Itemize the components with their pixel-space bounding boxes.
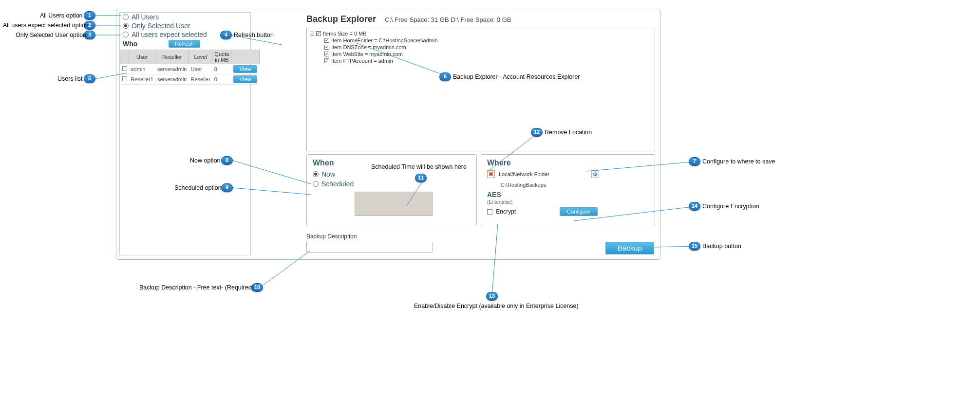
where-panel: Where ✖ Local/Network Folder ⚙ C:\Hostin… <box>481 154 655 226</box>
tree-node-label: Item DNSZone = myadmin.com <box>331 44 406 51</box>
radio-icon-selected <box>123 23 129 29</box>
tree-node-label: Item HomeFolder = C:\HostingSpaces\admin <box>331 37 438 44</box>
annotation-label: Scheduled option <box>174 184 222 191</box>
annotation-label: Remove Location <box>545 129 592 136</box>
cell-reseller: serveradmin <box>155 74 189 85</box>
col-level: Level <box>189 50 212 64</box>
users-table: User Reseller Level Quota in MB admin se… <box>120 50 260 85</box>
annotation-bubble: 8 <box>221 156 233 165</box>
col-user: User <box>129 50 155 64</box>
radio-only-selected-label: Only Selected User <box>132 22 190 30</box>
radio-icon <box>123 14 129 20</box>
view-button[interactable]: View <box>233 65 258 73</box>
annotation-label: Backup button <box>702 243 741 250</box>
cell-user: Reseller1 <box>129 74 155 85</box>
annotation-label: Now option <box>190 157 221 164</box>
where-title: Where <box>487 159 649 167</box>
backup-explorer[interactable]: − Items Size = 0 MB Item HomeFolder = C:… <box>306 28 655 151</box>
who-title: Who <box>123 40 137 48</box>
col-reseller: Reseller <box>155 50 189 64</box>
tree-checkbox[interactable] <box>324 58 329 63</box>
annotation-bubble: 9 <box>221 183 233 192</box>
gear-icon[interactable]: ⚙ <box>591 170 599 178</box>
radio-icon <box>313 181 319 187</box>
cell-reseller: serveradmin <box>155 64 189 74</box>
tree-checkbox[interactable] <box>316 31 321 36</box>
radio-now-label: Now <box>321 170 335 178</box>
col-quota: Quota in MB <box>212 50 231 64</box>
header: Backup Explorer C:\ Free Space: 31 GB D:… <box>306 14 511 24</box>
tree-checkbox[interactable] <box>324 45 329 50</box>
annotation-bubble: 6 <box>439 72 451 81</box>
remove-location-icon[interactable]: ✖ <box>487 170 495 178</box>
annotation-bubble: 13 <box>486 292 498 301</box>
row-checkbox[interactable] <box>122 76 127 81</box>
description-input[interactable] <box>306 242 433 252</box>
scheduled-time-box[interactable] <box>355 192 433 216</box>
annotation-bubble: 7 <box>689 157 700 166</box>
tree-root-label: Items Size = 0 MB <box>323 30 367 37</box>
table-row: Reseller1 serveradmin Reseller 0 View <box>120 74 260 85</box>
annotation-label: Backup Description - Free text- (Require… <box>139 284 254 291</box>
encrypt-toggle[interactable]: Encrypt <box>487 208 516 215</box>
radio-now[interactable]: Now <box>313 170 471 178</box>
cell-level: Reseller <box>189 74 212 85</box>
location-path: C:\HostingBackups <box>501 182 649 188</box>
cell-user: admin <box>129 64 155 74</box>
collapse-icon[interactable]: − <box>310 32 314 36</box>
table-row: admin serveradmin User 0 View <box>120 64 260 74</box>
annotation-bubble: 15 <box>689 242 700 251</box>
annotation-label: Enable/Disable Encrypt (available only i… <box>414 303 579 309</box>
annotation-bubble: 11 <box>415 174 427 182</box>
view-button[interactable]: View <box>233 75 258 83</box>
cell-quota: 0 <box>212 74 231 85</box>
left-column: All Users Only Selected User All users e… <box>119 12 251 255</box>
description-label: Backup Description <box>306 233 357 240</box>
tree-node[interactable]: Item DNSZone = myadmin.com <box>310 44 652 51</box>
radio-all-users-label: All Users <box>132 13 159 21</box>
radio-only-selected[interactable]: Only Selected User <box>120 21 250 30</box>
annotation-bubble: 4 <box>220 31 232 39</box>
annotation-label: Scheduled Time will be shown here <box>371 163 467 170</box>
annotation-label: Backup Explorer - Account Resources Expl… <box>453 73 580 80</box>
radio-icon-selected <box>313 171 319 177</box>
row-checkbox[interactable] <box>122 66 127 71</box>
tree-node[interactable]: Item WebSite = myadmin.com <box>310 51 652 57</box>
encrypt-checkbox[interactable] <box>487 209 492 215</box>
refresh-button[interactable]: Refresh <box>169 40 200 48</box>
radio-all-users[interactable]: All Users <box>120 13 250 21</box>
who-bar: Who Refresh <box>120 39 250 50</box>
annotation-label: All users expect selected option <box>3 22 89 29</box>
tree-checkbox[interactable] <box>324 52 329 56</box>
radio-icon <box>123 32 129 37</box>
radio-scheduled[interactable]: Scheduled <box>313 180 471 188</box>
annotation-bubble: 14 <box>689 202 700 211</box>
annotation-label: Users list <box>57 75 82 82</box>
radio-scheduled-label: Scheduled <box>321 180 354 188</box>
tree-node[interactable]: Item HomeFolder = C:\HostingSpaces\admin <box>310 37 652 44</box>
aes-title: AES <box>487 191 501 198</box>
tree-root[interactable]: − Items Size = 0 MB <box>310 30 652 37</box>
annotation-bubble: 12 <box>531 128 543 137</box>
cell-quota: 0 <box>212 64 231 74</box>
encrypt-label: Encrypt <box>496 208 516 215</box>
annotation-label: Refresh button <box>234 32 274 38</box>
cell-level: User <box>189 64 212 74</box>
tree-node-label: Item WebSite = myadmin.com <box>331 51 403 57</box>
tree-node-label: Item FTPAccount = admin <box>331 57 393 64</box>
annotation-label: Configure Encryption <box>702 203 759 210</box>
aes-subtitle: (Enterprise) <box>487 199 512 205</box>
annotation-bubble: 1 <box>84 11 95 20</box>
radio-except-selected-label: All users expect selected <box>132 31 207 38</box>
tree-checkbox[interactable] <box>324 38 329 43</box>
page-title: Backup Explorer <box>306 14 376 24</box>
configure-button[interactable]: Configure <box>560 207 598 216</box>
annotation-label: Only Selected User option <box>16 32 86 38</box>
backup-button[interactable]: Backup <box>605 242 654 254</box>
annotation-label: Configure to where to save <box>702 158 775 165</box>
tree-node[interactable]: Item FTPAccount = admin <box>310 57 652 64</box>
annotation-bubble: 5 <box>84 74 95 83</box>
annotation-label: All Users option <box>40 12 83 19</box>
location-label: Local/Network Folder <box>499 171 549 177</box>
free-space: C:\ Free Space: 31 GB D:\ Free Space: 0 … <box>385 16 511 23</box>
